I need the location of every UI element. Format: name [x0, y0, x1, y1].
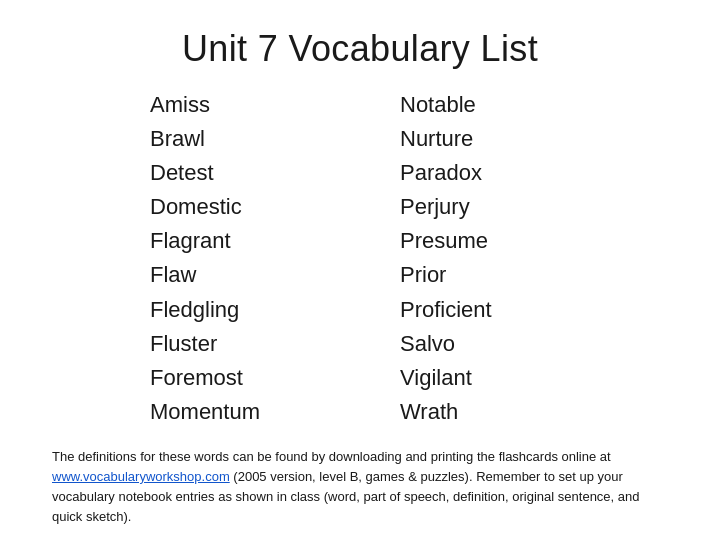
vocab-word: Domestic — [150, 190, 320, 224]
vocab-col-left: AmissBrawlDetestDomesticFlagrantFlawFled… — [150, 88, 320, 429]
vocab-word: Proficient — [400, 293, 570, 327]
vocab-word: Flaw — [150, 258, 320, 292]
footer-link[interactable]: www.vocabularyworkshop.com — [52, 469, 230, 484]
vocab-word: Paradox — [400, 156, 570, 190]
vocab-word: Fledgling — [150, 293, 320, 327]
vocab-word: Foremost — [150, 361, 320, 395]
vocab-word: Wrath — [400, 395, 570, 429]
vocab-word: Flagrant — [150, 224, 320, 258]
vocab-word: Salvo — [400, 327, 570, 361]
vocab-word: Perjury — [400, 190, 570, 224]
footer-text: The definitions for these words can be f… — [52, 447, 668, 528]
vocab-word: Prior — [400, 258, 570, 292]
vocab-word: Fluster — [150, 327, 320, 361]
vocab-word: Momentum — [150, 395, 320, 429]
vocab-word: Vigilant — [400, 361, 570, 395]
vocab-word: Presume — [400, 224, 570, 258]
vocab-grid: AmissBrawlDetestDomesticFlagrantFlawFled… — [52, 88, 668, 429]
vocab-word: Brawl — [150, 122, 320, 156]
vocab-word: Amiss — [150, 88, 320, 122]
vocab-word: Nurture — [400, 122, 570, 156]
footer-before: The definitions for these words can be f… — [52, 449, 611, 464]
vocab-col-right: NotableNurtureParadox PerjuryPresumePrio… — [400, 88, 570, 429]
vocab-word: Detest — [150, 156, 320, 190]
vocab-word: Notable — [400, 88, 570, 122]
page-title: Unit 7 Vocabulary List — [52, 28, 668, 70]
slide: Unit 7 Vocabulary List AmissBrawlDetestD… — [0, 0, 720, 540]
